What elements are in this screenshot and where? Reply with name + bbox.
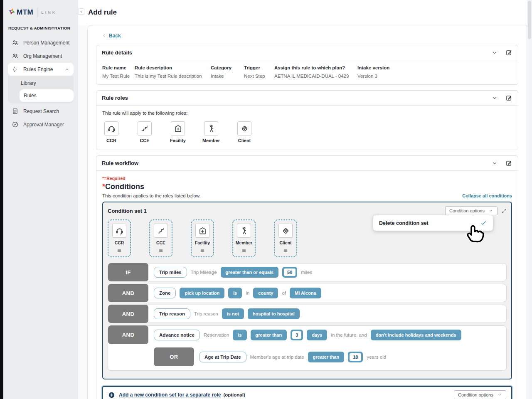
condition-row: ANDTrip reasonTrip reasonis nothospital … [108, 305, 507, 323]
member-icon [207, 124, 216, 133]
condition-value-chip[interactable]: don't include holidays and weekends [371, 330, 461, 340]
role-icon-box [204, 121, 218, 135]
sidebar-item-label: Approval Manager [23, 122, 64, 128]
condition-value-chip[interactable]: county [253, 288, 278, 298]
condition-field-chip[interactable]: Trip miles [154, 267, 187, 278]
condition-row: ANDAdvance noticeReservationisgreater th… [108, 325, 507, 371]
rule-details-card: Rule details Rule nameMy Test RuleRule d… [96, 45, 518, 85]
condition-value-chip[interactable]: greater than or equals [221, 267, 279, 278]
sidebar-item-org-management[interactable]: Org Management [8, 49, 74, 62]
condition-number-value: 50 [284, 268, 296, 276]
condition-number-value: 3 [292, 331, 301, 339]
back-link[interactable]: Back [102, 33, 121, 39]
check-icon [480, 219, 487, 227]
role-ccr: CCR [102, 121, 121, 143]
field-value: My Test Rule [102, 74, 129, 79]
edit-icon[interactable] [505, 94, 512, 101]
chevron-down-icon[interactable] [491, 160, 498, 167]
condition-field-chip[interactable]: Advance notice [154, 330, 200, 340]
sidebar-item-rules[interactable]: Rules [20, 89, 74, 102]
condition-value-chip[interactable]: hospital to hospital [248, 308, 300, 319]
condition-chips: Trip reasonTrip reasonis nothospital to … [154, 307, 502, 321]
condition-connector-text: Reservation [204, 332, 229, 337]
burger-icon [158, 247, 164, 254]
field-value: Next Step [244, 74, 268, 79]
people-icon [12, 52, 19, 59]
expand-arrows-icon[interactable] [501, 208, 507, 214]
sidebar-item-library[interactable]: Library [8, 77, 74, 89]
app-logo[interactable]: MTM LINK [3, 5, 78, 24]
condition-connector-text: in the future, and [331, 332, 367, 337]
condition-value-chip[interactable]: days [307, 330, 327, 340]
collapse-all-conditions-link[interactable]: Collapse all conditions [462, 193, 512, 198]
sidebar-item-label: Rules Engine [23, 66, 53, 72]
condition-field-chip[interactable]: Trip reason [154, 308, 190, 319]
rule-workflow-title: Rule workflow [102, 160, 138, 166]
role-label: CCE [156, 240, 165, 245]
burger-icon [241, 247, 247, 254]
condition-connector-text: Member's age at trip date [250, 355, 304, 360]
sidebar-item-request-search[interactable]: Request Search [8, 105, 74, 118]
role-label: CCR [106, 138, 116, 143]
add-condition-set-link[interactable]: Add a new condition set for a separate r… [119, 392, 221, 398]
condition-value-chip[interactable]: greater than [251, 330, 287, 340]
scrollbar[interactable] [527, 0, 532, 399]
conditions-subtext: This condition applies to the roles list… [102, 193, 201, 198]
optional-label: (optional) [223, 392, 245, 397]
rule-workflow-header: Rule workflow [96, 156, 518, 171]
condition-value-chip[interactable]: pick up location [180, 288, 224, 298]
role-label: CCR [115, 240, 124, 245]
chevron-down-icon [488, 208, 493, 213]
app-window: MTM LINK REQUEST & ADMINISTRATION Person… [0, 0, 532, 399]
chevron-left-icon [102, 33, 106, 38]
product-text: LINK [41, 10, 57, 15]
field-value: Version 3 [357, 74, 389, 79]
window-edge [0, 0, 3, 399]
condition-role-card-ccr[interactable]: CCR [108, 219, 131, 257]
chevron-down-icon[interactable] [491, 49, 498, 56]
detail-field-trigger: TriggerNext Step [244, 65, 274, 79]
condition-chips: Trip milesTrip Mileagegreater than or eq… [154, 265, 502, 279]
rule-roles-title: Rule roles [102, 95, 128, 101]
required-star: * [102, 182, 105, 191]
condition-role-card-cce[interactable]: CCE [149, 219, 172, 257]
edit-icon[interactable] [505, 160, 512, 167]
role-icon-box [154, 224, 168, 238]
condition-number-input[interactable]: 18 [348, 352, 363, 362]
condition-number-input[interactable]: 50 [282, 267, 297, 278]
condition-options-select[interactable]: Condition options [445, 206, 498, 215]
sidebar-section-label: REQUEST & ADMINISTRATION [3, 24, 78, 36]
sidebar-item-person-management[interactable]: Person Management [8, 36, 74, 49]
condition-options-select[interactable]: Condition options [454, 390, 506, 399]
condition-value-chip[interactable]: MI Alcona [290, 288, 321, 298]
sidebar-item-rules-engine[interactable]: Rules Engine [8, 63, 74, 76]
mtm-pinwheel-icon [8, 8, 15, 15]
condition-role-card-client[interactable]: Client [274, 219, 297, 257]
delete-condition-set-label: Delete condition set [379, 220, 429, 226]
sidebar-item-approval-manager[interactable]: Approval Manager [8, 118, 74, 131]
condition-field-chip[interactable]: Zone [154, 288, 176, 298]
condition-number-input[interactable]: 3 [291, 330, 303, 340]
condition-connector-text: Trip Mileage [191, 270, 217, 275]
condition-value-chip[interactable]: is [233, 330, 246, 340]
role-icon-box [104, 121, 118, 135]
condition-row: IFTrip milesTrip Mileagegreater than or … [108, 263, 507, 281]
condition-field-chip[interactable]: Age at Trip Date [199, 352, 246, 362]
chevron-down-icon[interactable] [491, 95, 498, 101]
rule-details-title: Rule details [102, 49, 132, 56]
field-label: Rule description [135, 65, 205, 70]
condition-value-chip[interactable]: is [228, 288, 242, 298]
condition-connector-text: of [282, 291, 286, 296]
sidebar-item-label: Person Management [23, 40, 69, 46]
client-icon [281, 226, 291, 236]
edit-icon[interactable] [505, 49, 512, 56]
condition-value-chip[interactable]: is not [222, 308, 244, 319]
scrollbar-thumb[interactable] [528, 1, 531, 39]
condition-role-card-facility[interactable]: Facility [191, 219, 214, 257]
sidebar-collapse-button[interactable]: ‹ [78, 8, 84, 15]
field-label: Trigger [244, 65, 268, 70]
condition-value-chip[interactable]: greater than [308, 352, 345, 362]
condition-role-card-member[interactable]: Member [232, 219, 256, 257]
condition-options-menu-item-delete[interactable]: Delete condition set [373, 215, 493, 231]
condition-chips: Age at Trip DateMember's age at trip dat… [199, 350, 502, 364]
